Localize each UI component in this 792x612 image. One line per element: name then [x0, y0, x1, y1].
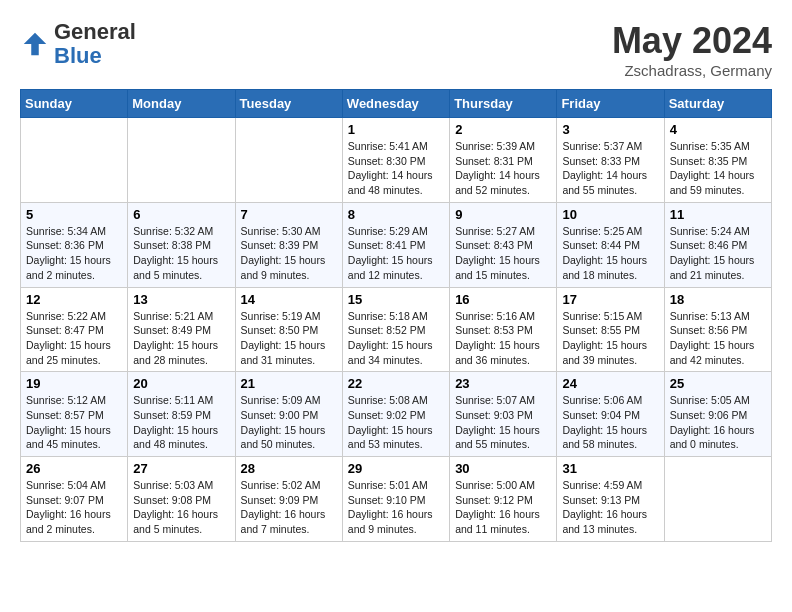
day-info: Sunrise: 5:03 AM Sunset: 9:08 PM Dayligh… [133, 478, 229, 537]
day-number: 6 [133, 207, 229, 222]
day-number: 29 [348, 461, 444, 476]
day-number: 21 [241, 376, 337, 391]
day-info: Sunrise: 5:05 AM Sunset: 9:06 PM Dayligh… [670, 393, 766, 452]
day-info: Sunrise: 5:21 AM Sunset: 8:49 PM Dayligh… [133, 309, 229, 368]
calendar-body: 1Sunrise: 5:41 AM Sunset: 8:30 PM Daylig… [21, 118, 772, 542]
day-info: Sunrise: 5:22 AM Sunset: 8:47 PM Dayligh… [26, 309, 122, 368]
day-header-sunday: Sunday [21, 90, 128, 118]
day-number: 24 [562, 376, 658, 391]
calendar-cell: 24Sunrise: 5:06 AM Sunset: 9:04 PM Dayli… [557, 372, 664, 457]
title-block: May 2024 Zschadrass, Germany [612, 20, 772, 79]
calendar-cell: 27Sunrise: 5:03 AM Sunset: 9:08 PM Dayli… [128, 457, 235, 542]
calendar-cell: 12Sunrise: 5:22 AM Sunset: 8:47 PM Dayli… [21, 287, 128, 372]
day-info: Sunrise: 5:29 AM Sunset: 8:41 PM Dayligh… [348, 224, 444, 283]
day-info: Sunrise: 5:13 AM Sunset: 8:56 PM Dayligh… [670, 309, 766, 368]
calendar-cell: 1Sunrise: 5:41 AM Sunset: 8:30 PM Daylig… [342, 118, 449, 203]
day-info: Sunrise: 5:11 AM Sunset: 8:59 PM Dayligh… [133, 393, 229, 452]
day-number: 17 [562, 292, 658, 307]
day-number: 2 [455, 122, 551, 137]
day-info: Sunrise: 5:30 AM Sunset: 8:39 PM Dayligh… [241, 224, 337, 283]
day-number: 19 [26, 376, 122, 391]
day-info: Sunrise: 5:00 AM Sunset: 9:12 PM Dayligh… [455, 478, 551, 537]
day-info: Sunrise: 5:41 AM Sunset: 8:30 PM Dayligh… [348, 139, 444, 198]
day-number: 30 [455, 461, 551, 476]
page-header: General Blue May 2024 Zschadrass, German… [20, 20, 772, 79]
day-info: Sunrise: 5:04 AM Sunset: 9:07 PM Dayligh… [26, 478, 122, 537]
calendar-cell: 5Sunrise: 5:34 AM Sunset: 8:36 PM Daylig… [21, 202, 128, 287]
day-header-saturday: Saturday [664, 90, 771, 118]
calendar-cell: 4Sunrise: 5:35 AM Sunset: 8:35 PM Daylig… [664, 118, 771, 203]
calendar-cell: 31Sunrise: 4:59 AM Sunset: 9:13 PM Dayli… [557, 457, 664, 542]
calendar-cell: 20Sunrise: 5:11 AM Sunset: 8:59 PM Dayli… [128, 372, 235, 457]
day-number: 7 [241, 207, 337, 222]
day-info: Sunrise: 5:15 AM Sunset: 8:55 PM Dayligh… [562, 309, 658, 368]
calendar-cell: 14Sunrise: 5:19 AM Sunset: 8:50 PM Dayli… [235, 287, 342, 372]
day-info: Sunrise: 5:24 AM Sunset: 8:46 PM Dayligh… [670, 224, 766, 283]
day-info: Sunrise: 5:07 AM Sunset: 9:03 PM Dayligh… [455, 393, 551, 452]
day-header-wednesday: Wednesday [342, 90, 449, 118]
day-info: Sunrise: 5:09 AM Sunset: 9:00 PM Dayligh… [241, 393, 337, 452]
day-header-monday: Monday [128, 90, 235, 118]
calendar-cell: 25Sunrise: 5:05 AM Sunset: 9:06 PM Dayli… [664, 372, 771, 457]
calendar-cell: 18Sunrise: 5:13 AM Sunset: 8:56 PM Dayli… [664, 287, 771, 372]
day-header-thursday: Thursday [450, 90, 557, 118]
day-number: 13 [133, 292, 229, 307]
day-number: 1 [348, 122, 444, 137]
svg-marker-0 [24, 33, 47, 56]
calendar-cell: 28Sunrise: 5:02 AM Sunset: 9:09 PM Dayli… [235, 457, 342, 542]
day-header-friday: Friday [557, 90, 664, 118]
day-number: 28 [241, 461, 337, 476]
calendar-cell [664, 457, 771, 542]
day-info: Sunrise: 5:06 AM Sunset: 9:04 PM Dayligh… [562, 393, 658, 452]
day-number: 3 [562, 122, 658, 137]
day-info: Sunrise: 5:02 AM Sunset: 9:09 PM Dayligh… [241, 478, 337, 537]
month-title: May 2024 [612, 20, 772, 62]
day-info: Sunrise: 5:19 AM Sunset: 8:50 PM Dayligh… [241, 309, 337, 368]
logo: General Blue [20, 20, 136, 68]
calendar-cell: 11Sunrise: 5:24 AM Sunset: 8:46 PM Dayli… [664, 202, 771, 287]
calendar-cell: 9Sunrise: 5:27 AM Sunset: 8:43 PM Daylig… [450, 202, 557, 287]
logo-icon [20, 29, 50, 59]
day-number: 12 [26, 292, 122, 307]
logo-text: General Blue [54, 20, 136, 68]
day-number: 31 [562, 461, 658, 476]
day-number: 18 [670, 292, 766, 307]
calendar-week-row: 5Sunrise: 5:34 AM Sunset: 8:36 PM Daylig… [21, 202, 772, 287]
day-info: Sunrise: 5:25 AM Sunset: 8:44 PM Dayligh… [562, 224, 658, 283]
calendar-cell: 29Sunrise: 5:01 AM Sunset: 9:10 PM Dayli… [342, 457, 449, 542]
day-number: 20 [133, 376, 229, 391]
calendar-cell: 16Sunrise: 5:16 AM Sunset: 8:53 PM Dayli… [450, 287, 557, 372]
calendar-cell: 10Sunrise: 5:25 AM Sunset: 8:44 PM Dayli… [557, 202, 664, 287]
day-number: 11 [670, 207, 766, 222]
day-info: Sunrise: 5:39 AM Sunset: 8:31 PM Dayligh… [455, 139, 551, 198]
calendar-cell: 7Sunrise: 5:30 AM Sunset: 8:39 PM Daylig… [235, 202, 342, 287]
day-number: 5 [26, 207, 122, 222]
location: Zschadrass, Germany [612, 62, 772, 79]
day-number: 9 [455, 207, 551, 222]
day-header-tuesday: Tuesday [235, 90, 342, 118]
day-info: Sunrise: 4:59 AM Sunset: 9:13 PM Dayligh… [562, 478, 658, 537]
calendar-table: SundayMondayTuesdayWednesdayThursdayFrid… [20, 89, 772, 542]
calendar-cell: 22Sunrise: 5:08 AM Sunset: 9:02 PM Dayli… [342, 372, 449, 457]
day-info: Sunrise: 5:16 AM Sunset: 8:53 PM Dayligh… [455, 309, 551, 368]
calendar-cell: 6Sunrise: 5:32 AM Sunset: 8:38 PM Daylig… [128, 202, 235, 287]
day-info: Sunrise: 5:27 AM Sunset: 8:43 PM Dayligh… [455, 224, 551, 283]
day-info: Sunrise: 5:32 AM Sunset: 8:38 PM Dayligh… [133, 224, 229, 283]
day-number: 4 [670, 122, 766, 137]
calendar-cell: 17Sunrise: 5:15 AM Sunset: 8:55 PM Dayli… [557, 287, 664, 372]
calendar-cell: 15Sunrise: 5:18 AM Sunset: 8:52 PM Dayli… [342, 287, 449, 372]
day-number: 22 [348, 376, 444, 391]
calendar-cell: 23Sunrise: 5:07 AM Sunset: 9:03 PM Dayli… [450, 372, 557, 457]
day-number: 8 [348, 207, 444, 222]
day-number: 16 [455, 292, 551, 307]
day-info: Sunrise: 5:12 AM Sunset: 8:57 PM Dayligh… [26, 393, 122, 452]
day-number: 27 [133, 461, 229, 476]
calendar-week-row: 26Sunrise: 5:04 AM Sunset: 9:07 PM Dayli… [21, 457, 772, 542]
day-info: Sunrise: 5:37 AM Sunset: 8:33 PM Dayligh… [562, 139, 658, 198]
calendar-header-row: SundayMondayTuesdayWednesdayThursdayFrid… [21, 90, 772, 118]
day-number: 14 [241, 292, 337, 307]
calendar-week-row: 19Sunrise: 5:12 AM Sunset: 8:57 PM Dayli… [21, 372, 772, 457]
day-info: Sunrise: 5:18 AM Sunset: 8:52 PM Dayligh… [348, 309, 444, 368]
calendar-cell: 26Sunrise: 5:04 AM Sunset: 9:07 PM Dayli… [21, 457, 128, 542]
calendar-cell [21, 118, 128, 203]
